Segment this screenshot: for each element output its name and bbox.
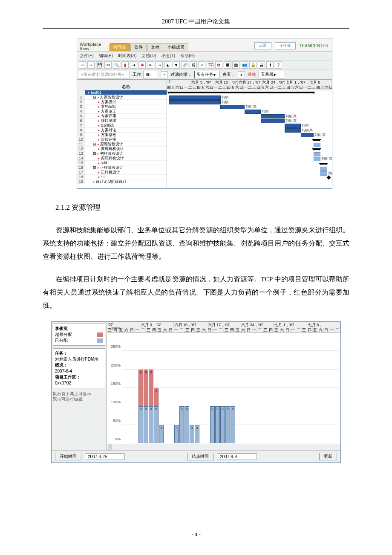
- end-date-button[interactable]: 结束时间: [187, 453, 213, 460]
- link-icon[interactable]: 🔗: [181, 61, 188, 69]
- add-task-hint[interactable]: «单击此处以添加任务»: [79, 71, 130, 78]
- lock-icon[interactable]: 🔒: [249, 61, 257, 69]
- sort-asc-icon[interactable]: ▲: [164, 61, 171, 69]
- save-icon[interactable]: 💾: [96, 61, 103, 69]
- task-bar[interactable]: [169, 95, 221, 100]
- task-bar[interactable]: [220, 105, 245, 109]
- menu-schedule[interactable]: 时间表(S): [118, 53, 136, 59]
- tab-software[interactable]: 软件: [130, 43, 147, 51]
- toolbar[interactable]: ⇦ ⇨ 💾 ✂ 🔍 ▮ ➔ ✖ ⇤ ⇥ ▲ ▼ 🔗 ⛓ ✔ 📅 ⧉ ≣ ▦ 👥: [77, 60, 332, 69]
- task-row[interactable]: ▸ 阶段评审: [85, 137, 167, 142]
- task-row[interactable]: ▸ 原理样机设计: [85, 147, 167, 151]
- root-node[interactable]: ▸ test01: [85, 90, 167, 95]
- task-row[interactable]: ▸ 方案修改: [85, 133, 167, 137]
- print-icon[interactable]: 🖨: [258, 61, 265, 69]
- alloc-bar[interactable]: 4: [159, 425, 164, 443]
- alloc-bar[interactable]: 8: [149, 406, 153, 443]
- sort-desc-icon[interactable]: ▼: [173, 61, 180, 69]
- end-date-field[interactable]: 2007-9-8: [217, 454, 257, 460]
- alloc-bar[interactable]: 8: [215, 406, 220, 443]
- alloc-bar[interactable]: 8: [220, 406, 225, 443]
- nav-back-icon[interactable]: ⇦: [79, 61, 86, 69]
- task-bar[interactable]: [261, 114, 285, 119]
- alloc-bar[interactable]: 8: [184, 406, 189, 443]
- task-bar[interactable]: [314, 152, 320, 156]
- calendar-icon[interactable]: 📅: [207, 61, 214, 69]
- alloc-bar[interactable]: 4: [195, 425, 199, 443]
- outdent-icon[interactable]: ⇤: [147, 61, 154, 69]
- task-bar[interactable]: [245, 110, 261, 114]
- task-row[interactable]: ▸ 11: [85, 175, 167, 179]
- task-row[interactable]: ▸ 原理样机设计: [85, 156, 167, 161]
- view-tabs[interactable]: 时间表 软件 文档 小组成员: [110, 43, 189, 51]
- personalize-button[interactable]: 个性化: [275, 42, 296, 49]
- alloc-bar[interactable]: 8: [231, 406, 235, 443]
- filter-field[interactable]: 所有任务▾: [194, 71, 220, 78]
- task-row[interactable]: ▸ 接口测试: [85, 119, 167, 123]
- task-row[interactable]: ▸ 设计定型阶段设计: [85, 179, 167, 184]
- alloc-bar[interactable]: 8: [210, 406, 215, 443]
- indent-icon[interactable]: ⇥: [156, 61, 163, 69]
- copy-icon[interactable]: ⧉: [215, 61, 222, 69]
- add-icon[interactable]: ＋: [161, 71, 168, 78]
- task-bar[interactable]: [314, 157, 320, 161]
- alloc-bar[interactable]: 8: [138, 406, 143, 443]
- cut-icon[interactable]: ✂: [104, 61, 112, 69]
- task-bar[interactable]: [285, 124, 301, 128]
- overalloc-bar[interactable]: 8: [149, 370, 153, 407]
- goto-icon[interactable]: ➔: [130, 61, 137, 69]
- help-icon[interactable]: ?: [275, 61, 282, 69]
- resource-histogram[interactable]: '07六月 3，'07六月 10，'07六月 17，'07六月 24，'07七月…: [107, 322, 340, 450]
- task-row[interactable]: ⊟ ▸ 方案阶段设计: [85, 95, 167, 100]
- task-bar[interactable]: [314, 143, 320, 147]
- task-row[interactable]: ▸ 专家评审: [85, 114, 167, 119]
- alloc-bar[interactable]: 8: [225, 406, 230, 443]
- tab-timeline[interactable]: 时间表: [110, 43, 130, 51]
- work-field[interactable]: 8h: [144, 71, 158, 78]
- task-bar[interactable]: [320, 167, 327, 171]
- alloc-bar[interactable]: 8: [179, 406, 184, 443]
- task-bar[interactable]: [301, 133, 314, 137]
- menu-edit[interactable]: 编辑(E): [99, 53, 113, 59]
- milestone-icon[interactable]: [327, 176, 331, 180]
- task-bar[interactable]: [320, 171, 327, 176]
- task-row[interactable]: ⊟ ▸ 正样阶段设计: [85, 165, 167, 170]
- filter-bar[interactable]: «单击此处以添加任务» 工作 8h ＋ 过滤依据： 所有任务▾ 查看： ● 基线…: [77, 69, 332, 79]
- menu-bar[interactable]: 文件(F) 编辑(E) 时间表(S) 文档(D) 小组(T) 帮助(H): [77, 51, 332, 60]
- scrollbar-thumb[interactable]: [108, 445, 112, 450]
- task-row[interactable]: ▸ 文档编写: [85, 104, 167, 109]
- task-row[interactable]: ▸ 方案讨论: [85, 128, 167, 133]
- menu-group[interactable]: 小组(T): [161, 53, 175, 59]
- gantt-chart[interactable]: '7六月 3，'07六月 10，'07六月 17，'07六月 24，'07七月 …: [167, 80, 332, 188]
- task-bar[interactable]: [261, 119, 285, 123]
- overalloc-bar[interactable]: 8: [144, 370, 148, 407]
- task-row[interactable]: ▸ 正样机设计: [85, 170, 167, 175]
- new-doc-icon[interactable]: ▮: [121, 61, 129, 69]
- tab-docs[interactable]: 文档: [147, 43, 163, 51]
- menu-doc[interactable]: 文档(D): [141, 53, 156, 59]
- unlink-icon[interactable]: ⛓: [190, 61, 197, 69]
- overalloc-bar[interactable]: 4: [154, 388, 159, 406]
- update-button[interactable]: 更新: [319, 453, 337, 460]
- task-row[interactable]: ⊟ ▸ 原理阶段设计: [85, 142, 167, 147]
- delete-icon[interactable]: ✖: [138, 61, 146, 69]
- task-bar[interactable]: [285, 128, 301, 133]
- props-icon[interactable]: ≣: [224, 61, 231, 69]
- alloc-bar[interactable]: 4: [190, 425, 194, 443]
- nav-fwd-icon[interactable]: ⇨: [87, 61, 95, 69]
- baseline-field[interactable]: 无基线▾: [259, 71, 284, 78]
- menu-help[interactable]: 帮助(H): [180, 53, 195, 59]
- view-picker-icon[interactable]: ●: [238, 71, 245, 78]
- overalloc-bar[interactable]: 8: [138, 370, 143, 407]
- tab-team[interactable]: 小组成员: [164, 43, 188, 51]
- back-button[interactable]: 后退: [254, 42, 271, 49]
- horizontal-scrollbar[interactable]: [107, 444, 340, 450]
- task-tree[interactable]: 名称 ▸ test01 1⊟ ▸ 方案阶段设计2▸ 方案设计3▸ 文档编写4▸ …: [77, 80, 167, 188]
- check-icon[interactable]: ✔: [198, 61, 205, 69]
- menu-file[interactable]: 文件(F): [80, 53, 94, 59]
- start-date-button[interactable]: 开始时间: [55, 453, 81, 460]
- search-icon[interactable]: 🔍: [113, 61, 120, 69]
- task-row[interactable]: ▸ tcp测试: [85, 123, 167, 128]
- task-row[interactable]: ▸ 方案论证: [85, 109, 167, 114]
- users-icon[interactable]: 👥: [241, 61, 248, 69]
